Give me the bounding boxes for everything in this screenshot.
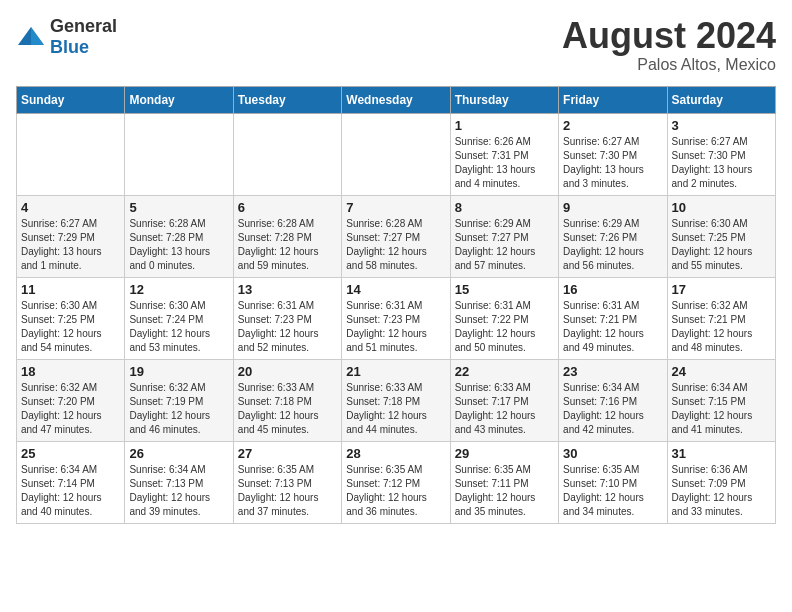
table-row: 23Sunrise: 6:34 AM Sunset: 7:16 PM Dayli… [559,359,667,441]
calendar-week-row: 4Sunrise: 6:27 AM Sunset: 7:29 PM Daylig… [17,195,776,277]
table-row: 31Sunrise: 6:36 AM Sunset: 7:09 PM Dayli… [667,441,775,523]
day-info: Sunrise: 6:31 AM Sunset: 7:22 PM Dayligh… [455,299,554,355]
header-monday: Monday [125,86,233,113]
table-row: 19Sunrise: 6:32 AM Sunset: 7:19 PM Dayli… [125,359,233,441]
day-number: 20 [238,364,337,379]
day-info: Sunrise: 6:31 AM Sunset: 7:21 PM Dayligh… [563,299,662,355]
table-row: 27Sunrise: 6:35 AM Sunset: 7:13 PM Dayli… [233,441,341,523]
table-row: 14Sunrise: 6:31 AM Sunset: 7:23 PM Dayli… [342,277,450,359]
day-info: Sunrise: 6:35 AM Sunset: 7:12 PM Dayligh… [346,463,445,519]
weekday-header-row: Sunday Monday Tuesday Wednesday Thursday… [17,86,776,113]
day-info: Sunrise: 6:31 AM Sunset: 7:23 PM Dayligh… [346,299,445,355]
table-row: 13Sunrise: 6:31 AM Sunset: 7:23 PM Dayli… [233,277,341,359]
header-friday: Friday [559,86,667,113]
calendar-table: Sunday Monday Tuesday Wednesday Thursday… [16,86,776,524]
day-number: 12 [129,282,228,297]
day-number: 6 [238,200,337,215]
table-row [125,113,233,195]
header-thursday: Thursday [450,86,558,113]
day-number: 1 [455,118,554,133]
day-info: Sunrise: 6:28 AM Sunset: 7:28 PM Dayligh… [238,217,337,273]
table-row [233,113,341,195]
day-number: 22 [455,364,554,379]
table-row: 28Sunrise: 6:35 AM Sunset: 7:12 PM Dayli… [342,441,450,523]
table-row: 24Sunrise: 6:34 AM Sunset: 7:15 PM Dayli… [667,359,775,441]
day-number: 24 [672,364,771,379]
day-number: 19 [129,364,228,379]
table-row: 15Sunrise: 6:31 AM Sunset: 7:22 PM Dayli… [450,277,558,359]
table-row: 11Sunrise: 6:30 AM Sunset: 7:25 PM Dayli… [17,277,125,359]
table-row: 21Sunrise: 6:33 AM Sunset: 7:18 PM Dayli… [342,359,450,441]
calendar-week-row: 25Sunrise: 6:34 AM Sunset: 7:14 PM Dayli… [17,441,776,523]
day-info: Sunrise: 6:30 AM Sunset: 7:25 PM Dayligh… [21,299,120,355]
table-row: 8Sunrise: 6:29 AM Sunset: 7:27 PM Daylig… [450,195,558,277]
day-info: Sunrise: 6:33 AM Sunset: 7:18 PM Dayligh… [346,381,445,437]
day-info: Sunrise: 6:32 AM Sunset: 7:20 PM Dayligh… [21,381,120,437]
header-saturday: Saturday [667,86,775,113]
table-row: 26Sunrise: 6:34 AM Sunset: 7:13 PM Dayli… [125,441,233,523]
day-info: Sunrise: 6:32 AM Sunset: 7:21 PM Dayligh… [672,299,771,355]
day-info: Sunrise: 6:36 AM Sunset: 7:09 PM Dayligh… [672,463,771,519]
day-info: Sunrise: 6:31 AM Sunset: 7:23 PM Dayligh… [238,299,337,355]
day-info: Sunrise: 6:30 AM Sunset: 7:25 PM Dayligh… [672,217,771,273]
table-row: 29Sunrise: 6:35 AM Sunset: 7:11 PM Dayli… [450,441,558,523]
day-number: 14 [346,282,445,297]
day-info: Sunrise: 6:28 AM Sunset: 7:27 PM Dayligh… [346,217,445,273]
header-wednesday: Wednesday [342,86,450,113]
table-row: 17Sunrise: 6:32 AM Sunset: 7:21 PM Dayli… [667,277,775,359]
table-row: 1Sunrise: 6:26 AM Sunset: 7:31 PM Daylig… [450,113,558,195]
day-number: 16 [563,282,662,297]
month-title: August 2024 [562,16,776,56]
day-number: 21 [346,364,445,379]
day-number: 30 [563,446,662,461]
table-row: 5Sunrise: 6:28 AM Sunset: 7:28 PM Daylig… [125,195,233,277]
page-header: General Blue August 2024 Palos Altos, Me… [16,16,776,74]
table-row: 16Sunrise: 6:31 AM Sunset: 7:21 PM Dayli… [559,277,667,359]
table-row: 18Sunrise: 6:32 AM Sunset: 7:20 PM Dayli… [17,359,125,441]
day-number: 4 [21,200,120,215]
day-number: 11 [21,282,120,297]
logo: General Blue [16,16,117,58]
day-info: Sunrise: 6:34 AM Sunset: 7:14 PM Dayligh… [21,463,120,519]
day-info: Sunrise: 6:26 AM Sunset: 7:31 PM Dayligh… [455,135,554,191]
table-row: 30Sunrise: 6:35 AM Sunset: 7:10 PM Dayli… [559,441,667,523]
day-info: Sunrise: 6:35 AM Sunset: 7:10 PM Dayligh… [563,463,662,519]
day-info: Sunrise: 6:27 AM Sunset: 7:29 PM Dayligh… [21,217,120,273]
table-row [17,113,125,195]
day-number: 27 [238,446,337,461]
day-number: 17 [672,282,771,297]
day-info: Sunrise: 6:29 AM Sunset: 7:27 PM Dayligh… [455,217,554,273]
day-info: Sunrise: 6:34 AM Sunset: 7:15 PM Dayligh… [672,381,771,437]
day-number: 10 [672,200,771,215]
table-row: 12Sunrise: 6:30 AM Sunset: 7:24 PM Dayli… [125,277,233,359]
day-number: 18 [21,364,120,379]
day-info: Sunrise: 6:32 AM Sunset: 7:19 PM Dayligh… [129,381,228,437]
table-row: 4Sunrise: 6:27 AM Sunset: 7:29 PM Daylig… [17,195,125,277]
day-info: Sunrise: 6:35 AM Sunset: 7:13 PM Dayligh… [238,463,337,519]
table-row: 3Sunrise: 6:27 AM Sunset: 7:30 PM Daylig… [667,113,775,195]
day-info: Sunrise: 6:28 AM Sunset: 7:28 PM Dayligh… [129,217,228,273]
logo-blue: Blue [50,37,89,57]
day-info: Sunrise: 6:34 AM Sunset: 7:13 PM Dayligh… [129,463,228,519]
table-row: 2Sunrise: 6:27 AM Sunset: 7:30 PM Daylig… [559,113,667,195]
table-row: 6Sunrise: 6:28 AM Sunset: 7:28 PM Daylig… [233,195,341,277]
calendar-week-row: 1Sunrise: 6:26 AM Sunset: 7:31 PM Daylig… [17,113,776,195]
table-row: 10Sunrise: 6:30 AM Sunset: 7:25 PM Dayli… [667,195,775,277]
header-sunday: Sunday [17,86,125,113]
day-info: Sunrise: 6:30 AM Sunset: 7:24 PM Dayligh… [129,299,228,355]
day-number: 28 [346,446,445,461]
day-number: 3 [672,118,771,133]
day-number: 25 [21,446,120,461]
table-row [342,113,450,195]
table-row: 22Sunrise: 6:33 AM Sunset: 7:17 PM Dayli… [450,359,558,441]
calendar-week-row: 11Sunrise: 6:30 AM Sunset: 7:25 PM Dayli… [17,277,776,359]
day-info: Sunrise: 6:33 AM Sunset: 7:17 PM Dayligh… [455,381,554,437]
day-number: 31 [672,446,771,461]
header-tuesday: Tuesday [233,86,341,113]
day-number: 26 [129,446,228,461]
day-number: 8 [455,200,554,215]
logo-general: General [50,16,117,36]
day-number: 13 [238,282,337,297]
day-number: 9 [563,200,662,215]
title-block: August 2024 Palos Altos, Mexico [562,16,776,74]
